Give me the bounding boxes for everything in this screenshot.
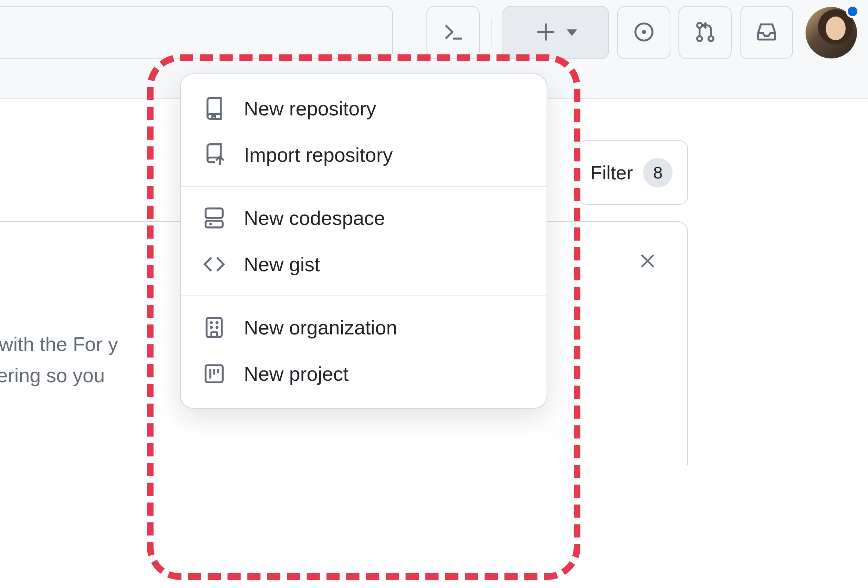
menu-item-new-repository[interactable]: New repository [181, 85, 546, 131]
create-new-menu: New repository Import repository New cod… [180, 74, 547, 409]
filter-label: Filter [590, 162, 633, 184]
project-icon [203, 362, 226, 385]
git-pull-request-icon [694, 21, 717, 45]
repo-push-icon [203, 143, 226, 166]
svg-point-7 [708, 36, 713, 41]
menu-separator [181, 186, 546, 187]
command-palette-button[interactable] [427, 6, 480, 59]
menu-item-label: Import repository [244, 143, 393, 166]
menu-item-label: New project [244, 362, 348, 385]
feed-filter-button[interactable]: Filter 8 [579, 140, 688, 205]
feed-text-frag-1: d with the For y [0, 333, 118, 355]
caret-down-icon [567, 30, 577, 36]
organization-icon [203, 316, 226, 339]
header-actions [427, 6, 857, 59]
issues-button[interactable] [617, 6, 670, 59]
code-icon [203, 253, 226, 276]
header-divider [491, 18, 492, 47]
inbox-icon [755, 21, 778, 45]
terminal-icon [442, 21, 465, 45]
codespaces-icon [203, 207, 226, 229]
close-icon [637, 251, 658, 273]
feed-text-frag-2: iltering so you [0, 364, 110, 386]
menu-item-new-organization[interactable]: New organization [181, 304, 546, 350]
svg-rect-12 [206, 208, 223, 218]
menu-item-label: New organization [244, 316, 397, 339]
menu-separator [181, 295, 546, 296]
svg-point-4 [642, 30, 646, 34]
filter-count-badge: 8 [643, 158, 673, 188]
menu-item-new-gist[interactable]: New gist [181, 241, 546, 287]
menu-item-label: New gist [244, 253, 320, 276]
menu-item-new-codespace[interactable]: New codespace [181, 195, 546, 241]
menu-item-label: New repository [244, 97, 376, 120]
create-new-button[interactable] [502, 6, 609, 59]
svg-point-5 [697, 23, 701, 28]
svg-point-19 [211, 322, 212, 324]
issue-opened-icon [633, 21, 655, 45]
svg-rect-13 [206, 221, 223, 228]
notifications-button[interactable] [740, 6, 793, 59]
menu-item-new-project[interactable]: New project [181, 350, 546, 397]
svg-rect-15 [207, 318, 221, 337]
search-input-box[interactable] [0, 6, 393, 59]
svg-point-22 [216, 327, 217, 328]
svg-point-6 [697, 36, 701, 41]
repo-icon [203, 97, 226, 120]
notification-dot-icon [846, 5, 859, 18]
menu-item-import-repository[interactable]: Import repository [181, 131, 546, 178]
menu-item-label: New codespace [244, 207, 385, 229]
plus-icon [534, 21, 557, 45]
pull-requests-button[interactable] [679, 6, 732, 59]
user-menu[interactable] [806, 7, 857, 58]
svg-point-21 [211, 327, 212, 328]
svg-point-20 [216, 322, 217, 324]
dismiss-button[interactable] [636, 251, 658, 273]
